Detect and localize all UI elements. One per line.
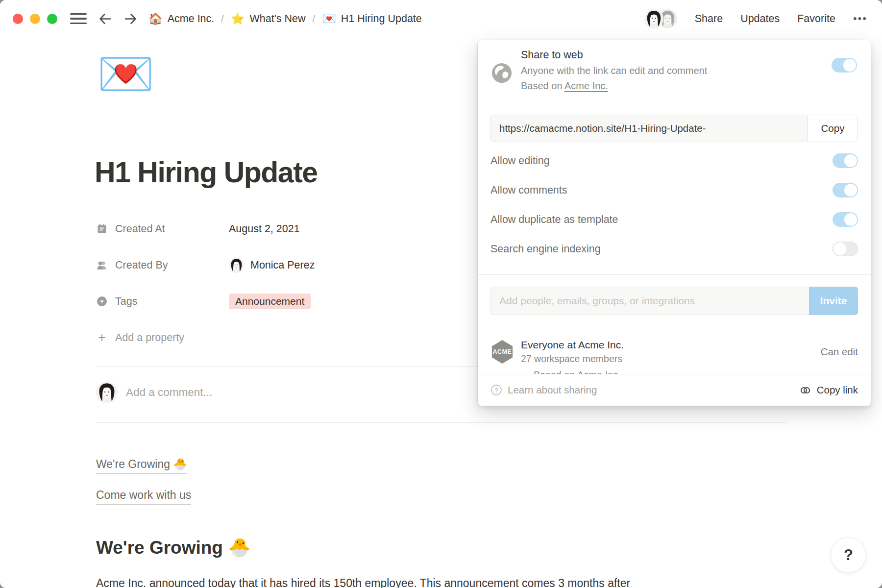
close-window-button[interactable] <box>13 14 23 24</box>
invite-row: Invite <box>490 287 858 315</box>
toc-link-were-growing[interactable]: We're Growing 🐣 <box>96 458 187 474</box>
workspace-group-row[interactable]: ACME Everyone at Acme Inc. 27 workspace … <box>490 332 858 371</box>
breadcrumb-label: What's New <box>250 13 306 25</box>
copy-url-button[interactable]: Copy <box>808 115 858 142</box>
add-comment-row[interactable]: Add a comment... <box>96 382 212 403</box>
current-user-avatar <box>96 382 118 403</box>
select-icon <box>96 295 108 307</box>
group-members-count: 27 workspace members <box>521 353 624 365</box>
copy-link-button[interactable]: Copy link <box>799 384 858 396</box>
breadcrumb-separator: / <box>313 13 316 24</box>
minimize-window-button[interactable] <box>30 14 40 24</box>
allow-duplicate-toggle[interactable] <box>833 212 858 227</box>
topbar: 🏠 Acme Inc. / ⭐ What's New / 💌 H1 Hiring… <box>0 0 882 37</box>
divider <box>478 274 871 275</box>
breadcrumb-item-current-page[interactable]: 💌 H1 Hiring Update <box>322 13 422 25</box>
home-icon: 🏠 <box>148 13 163 24</box>
comment-placeholder[interactable]: Add a comment... <box>126 386 212 399</box>
share-popover-body: Share to web Anyone with the link can ed… <box>478 40 871 374</box>
toc-link-come-work-with-us[interactable]: Come work with us <box>96 489 191 505</box>
page-properties: Created At August 2, 2021 Created By Mon… <box>96 211 478 356</box>
property-row-created-at[interactable]: Created At August 2, 2021 <box>96 211 478 247</box>
tag-announcement[interactable]: Announcement <box>229 294 311 309</box>
share-url: https://camacme.notion.site/H1-Hiring-Up… <box>491 115 808 142</box>
star-icon: ⭐ <box>231 13 245 24</box>
tags-value[interactable]: Announcement <box>229 294 311 309</box>
help-button[interactable]: ? <box>831 537 866 573</box>
toggle-row-allow-comments: Allow comments <box>490 176 858 204</box>
property-row-created-by[interactable]: Created By Monica Perez <box>96 247 478 283</box>
back-arrow-icon[interactable] <box>98 11 112 26</box>
allow-comments-toggle[interactable] <box>833 183 858 197</box>
add-property-row[interactable]: + Add a property <box>96 319 478 356</box>
calendar-icon <box>96 223 108 235</box>
traffic-lights <box>13 14 57 24</box>
people-icon <box>96 259 108 271</box>
invite-button[interactable]: Invite <box>809 287 858 315</box>
clipped-row-text: Based on Acme Inc. <box>534 369 621 374</box>
divider <box>96 422 785 423</box>
love-letter-icon: 💌 <box>322 13 336 24</box>
share-popover-footer: ? Learn about sharing Copy link <box>478 374 871 406</box>
acme-logo: ACME <box>490 340 514 364</box>
property-row-tags[interactable]: Tags Announcement <box>96 283 478 319</box>
breadcrumb-separator: / <box>221 13 224 24</box>
share-to-web-title: Share to web <box>521 49 583 61</box>
favorite-button[interactable]: Favorite <box>797 13 835 25</box>
created-by-value[interactable]: Monica Perez <box>229 258 315 273</box>
monica-perez-avatar <box>229 258 244 273</box>
more-options-icon[interactable]: ••• <box>853 12 867 25</box>
allow-editing-toggle[interactable] <box>833 153 858 168</box>
add-property-label: Add a property <box>115 332 184 344</box>
breadcrumb-item-whats-new[interactable]: ⭐ What's New <box>231 13 306 25</box>
share-button[interactable]: Share <box>695 13 723 25</box>
created-at-value[interactable]: August 2, 2021 <box>229 223 300 235</box>
updates-button[interactable]: Updates <box>740 13 780 25</box>
property-label: Tags <box>96 295 229 308</box>
permission-dropdown[interactable]: Can edit <box>821 346 858 358</box>
breadcrumb-label: Acme Inc. <box>168 13 215 25</box>
toggle-row-allow-duplicate: Allow duplicate as template <box>490 206 858 233</box>
viewer-avatars[interactable] <box>644 9 677 28</box>
forward-arrow-icon[interactable] <box>123 11 138 26</box>
property-label: Created At <box>96 223 229 235</box>
share-popover: Share to web Anyone with the link can ed… <box>478 40 871 406</box>
learn-about-sharing-link[interactable]: ? Learn about sharing <box>490 384 597 396</box>
group-name: Everyone at Acme Inc. <box>521 339 624 351</box>
toggle-row-search-indexing: Search engine indexing <box>490 235 858 263</box>
search-indexing-toggle[interactable] <box>833 242 858 256</box>
zoom-window-button[interactable] <box>47 14 57 24</box>
toggle-row-allow-editing: Allow editing <box>490 147 858 174</box>
topbar-actions: Share Updates Favorite ••• <box>644 9 867 28</box>
based-on-link[interactable]: Acme Inc. <box>564 80 608 91</box>
question-circle-icon: ? <box>490 384 502 396</box>
breadcrumb-item-workspace[interactable]: 🏠 Acme Inc. <box>148 13 214 25</box>
body-paragraph: Acme Inc. announced today that it has hi… <box>96 574 802 588</box>
sidebar-menu-icon[interactable] <box>70 13 87 24</box>
link-icon <box>799 384 811 396</box>
plus-icon: + <box>96 330 108 345</box>
viewer-avatar-1[interactable] <box>644 9 663 28</box>
share-to-web-toggle[interactable] <box>832 58 857 73</box>
page-title[interactable]: H1 Hiring Update <box>95 156 318 189</box>
property-label: Created By <box>96 259 229 271</box>
svg-text:?: ? <box>494 387 498 394</box>
section-heading: We're Growing 🐣 <box>96 537 250 558</box>
breadcrumb-label: H1 Hiring Update <box>341 13 422 25</box>
globe-icon <box>490 62 513 84</box>
breadcrumb: 🏠 Acme Inc. / ⭐ What's New / 💌 H1 Hiring… <box>148 13 422 25</box>
share-url-group: https://camacme.notion.site/H1-Hiring-Up… <box>490 115 858 142</box>
based-on-line: Based on Acme Inc. <box>521 80 608 92</box>
share-to-web-subtitle: Anyone with the link can edit and commen… <box>521 65 707 76</box>
page-emoji-icon[interactable]: 💌 <box>97 51 154 97</box>
invite-input[interactable] <box>490 287 809 315</box>
app-window: 🏠 Acme Inc. / ⭐ What's New / 💌 H1 Hiring… <box>0 0 882 588</box>
